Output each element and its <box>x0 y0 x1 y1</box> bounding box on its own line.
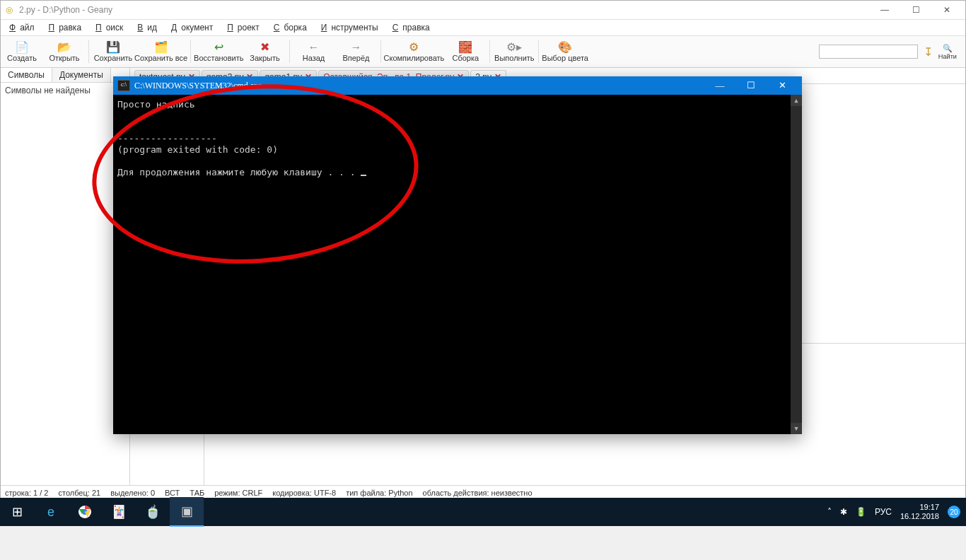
sidebar: Символы Документы Символы не найдены <box>1 68 130 485</box>
menu-document[interactable]: Документ <box>167 21 221 34</box>
status-sel: выделено: 0 <box>110 489 155 497</box>
tray-clock[interactable]: 19:17 16.12.2018 <box>900 503 939 521</box>
save-all-icon: 🗂️ <box>154 42 168 53</box>
tray-bluetooth-icon[interactable]: ✱ <box>840 507 847 517</box>
open-button[interactable]: 📂Открыть <box>43 36 86 67</box>
minimize-button[interactable]: — <box>869 1 900 18</box>
window-title: 2.py - D:\Python - Geany <box>19 5 112 15</box>
run-icon: ⚙▸ <box>506 42 522 53</box>
cmd-titlebar[interactable]: c:\ C:\WINDOWS\SYSTEM32\cmd.exe — ☐ ✕ <box>113 76 802 95</box>
find-button[interactable]: 🔍 Найти <box>938 44 957 60</box>
tab-symbols[interactable]: Символы <box>1 68 52 82</box>
color-picker-button[interactable]: 🎨Выбор цвета <box>542 36 588 67</box>
compile-button[interactable]: ⚙Скомпилировать <box>384 36 445 67</box>
status-filetype: тип файла: Python <box>346 489 412 497</box>
back-button[interactable]: ←Назад <box>293 36 335 67</box>
maximize-button[interactable]: ☐ <box>900 1 931 18</box>
separator <box>538 40 539 63</box>
separator <box>489 40 490 63</box>
new-button[interactable]: 📄Создать <box>1 36 43 67</box>
save-button[interactable]: 💾Сохранить <box>92 36 134 67</box>
chrome-icon <box>78 505 92 519</box>
build-icon: 🧱 <box>458 42 472 53</box>
menu-search[interactable]: Поиск <box>91 21 132 34</box>
tab-documents[interactable]: Документы <box>52 68 111 82</box>
cmd-window[interactable]: c:\ C:\WINDOWS\SYSTEM32\cmd.exe — ☐ ✕ Пр… <box>113 76 802 434</box>
status-tab: ТАБ <box>190 489 204 497</box>
status-ins: ВСТ <box>165 489 180 497</box>
status-enc: кодировка: UTF-8 <box>272 489 336 497</box>
scroll-up-icon[interactable]: ▲ <box>791 95 802 106</box>
symbols-empty-message: Символы не найдены <box>1 83 129 98</box>
status-col: столбец: 21 <box>58 489 100 497</box>
close-file-icon: ✖ <box>260 42 269 53</box>
tray-language[interactable]: РУС <box>875 507 892 517</box>
scroll-down-icon[interactable]: ▼ <box>791 423 802 434</box>
build-button[interactable]: 🧱Сборка <box>444 36 487 67</box>
goto-line-icon[interactable]: ↧ <box>924 45 933 59</box>
save-icon: 💾 <box>106 42 120 53</box>
titlebar[interactable]: ◎ 2.py - D:\Python - Geany — ☐ ✕ <box>1 1 965 20</box>
cmd-minimize-button[interactable]: — <box>704 76 735 95</box>
menu-build[interactable]: Сборка <box>269 21 315 34</box>
status-mode: режим: CRLF <box>214 489 262 497</box>
taskbar-app-cards[interactable]: 🃏 <box>102 498 136 526</box>
run-button[interactable]: ⚙▸Выполнить <box>493 36 535 67</box>
taskbar-cmd[interactable]: ▣ <box>170 497 204 527</box>
geany-icon: ◎ <box>4 4 15 16</box>
find-icon: 🔍 <box>943 44 953 53</box>
cmd-output[interactable]: Просто надпись ------------------ (progr… <box>113 95 802 182</box>
tray-battery-icon[interactable]: 🔋 <box>856 507 866 517</box>
separator <box>88 40 89 63</box>
taskbar-chrome[interactable] <box>68 498 102 526</box>
menu-help[interactable]: Справка <box>388 21 438 34</box>
start-button[interactable]: ⊞ <box>0 498 34 526</box>
file-icon: 📄 <box>15 42 29 53</box>
taskbar-geany[interactable]: 🍵 <box>136 498 170 526</box>
tray-chevron-up-icon[interactable]: ˄ <box>827 507 832 517</box>
menu-project[interactable]: Проект <box>223 21 268 34</box>
menu-view[interactable]: Вид <box>133 21 165 34</box>
search-input[interactable] <box>819 45 918 59</box>
revert-button[interactable]: ↩Восстановить <box>194 36 243 67</box>
folder-icon: 📂 <box>57 42 71 53</box>
toolbar: 📄Создать 📂Открыть 💾Сохранить 🗂️Сохранить… <box>1 36 965 68</box>
forward-icon: → <box>351 42 362 53</box>
menubar: Файл Правка Поиск Вид Документ Проект Сб… <box>1 20 965 36</box>
menu-edit[interactable]: Правка <box>45 21 91 34</box>
cmd-title-text: C:\WINDOWS\SYSTEM32\cmd.exe <box>134 81 262 91</box>
menu-tools[interactable]: Инструменты <box>317 21 387 34</box>
cmd-close-button[interactable]: ✕ <box>767 76 798 95</box>
menu-file[interactable]: Файл <box>5 21 43 34</box>
taskbar-edge[interactable]: e <box>34 498 68 526</box>
compile-icon: ⚙ <box>409 42 419 53</box>
color-icon: 🎨 <box>558 42 572 53</box>
back-icon: ← <box>308 42 320 53</box>
close-button[interactable]: ✕ <box>931 1 962 18</box>
close-file-button[interactable]: ✖Закрыть <box>244 36 286 67</box>
taskbar: ⊞ e 🃏 🍵 ▣ ˄ ✱ 🔋 РУС 19:17 16.12.2018 20 <box>0 498 966 526</box>
status-line: строка: 1 / 2 <box>5 489 48 497</box>
separator <box>380 40 381 63</box>
forward-button[interactable]: →Вперёд <box>335 36 378 67</box>
revert-icon: ↩ <box>214 42 223 53</box>
status-scope: область действия: неизвестно <box>423 489 533 497</box>
cmd-scrollbar[interactable]: ▲ ▼ <box>791 95 802 434</box>
separator <box>289 40 290 63</box>
tray-notification-badge[interactable]: 20 <box>948 506 960 518</box>
save-all-button[interactable]: 🗂️Сохранить все <box>134 36 187 67</box>
cmd-icon: c:\ <box>117 80 130 91</box>
cmd-maximize-button[interactable]: ☐ <box>735 76 767 95</box>
separator <box>190 40 191 63</box>
